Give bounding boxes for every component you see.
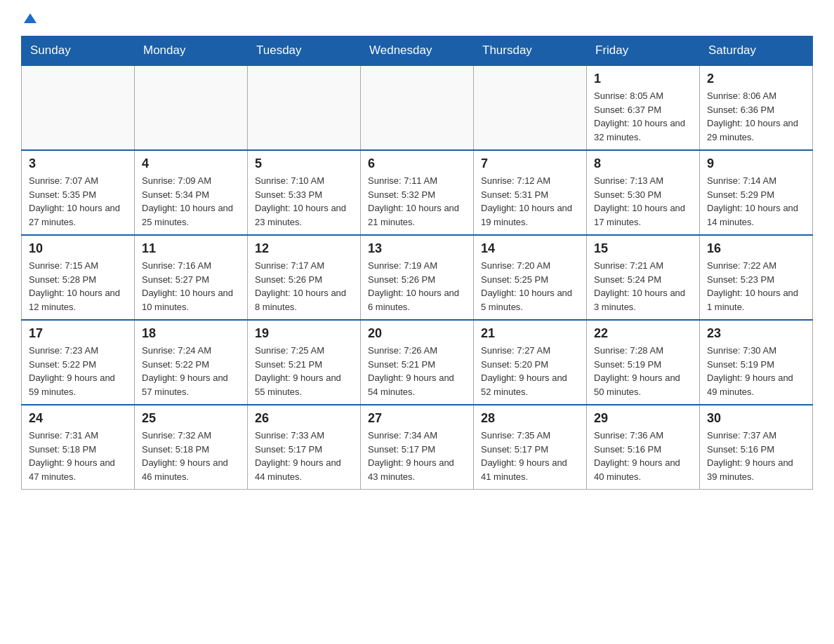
- calendar-cell: 11Sunrise: 7:16 AMSunset: 5:27 PMDayligh…: [135, 235, 248, 320]
- calendar-table: SundayMondayTuesdayWednesdayThursdayFrid…: [21, 36, 813, 490]
- calendar-cell: [248, 65, 361, 150]
- day-number: 7: [481, 156, 579, 171]
- svg-marker-0: [24, 13, 37, 23]
- calendar-cell: 3Sunrise: 7:07 AMSunset: 5:35 PMDaylight…: [22, 150, 135, 235]
- day-number: 27: [368, 411, 466, 426]
- calendar-cell: 29Sunrise: 7:36 AMSunset: 5:16 PMDayligh…: [587, 405, 700, 490]
- calendar-week-3: 17Sunrise: 7:23 AMSunset: 5:22 PMDayligh…: [22, 320, 813, 405]
- day-number: 9: [707, 156, 805, 171]
- day-info: Sunrise: 7:20 AMSunset: 5:25 PMDaylight:…: [481, 259, 579, 314]
- day-number: 19: [255, 326, 353, 341]
- calendar-cell: 25Sunrise: 7:32 AMSunset: 5:18 PMDayligh…: [135, 405, 248, 490]
- calendar-cell: 13Sunrise: 7:19 AMSunset: 5:26 PMDayligh…: [361, 235, 474, 320]
- weekday-header-friday: Friday: [587, 36, 700, 66]
- day-info: Sunrise: 7:34 AMSunset: 5:17 PMDaylight:…: [368, 429, 466, 483]
- calendar-cell: 7Sunrise: 7:12 AMSunset: 5:31 PMDaylight…: [474, 150, 587, 235]
- day-info: Sunrise: 7:36 AMSunset: 5:16 PMDaylight:…: [594, 429, 692, 483]
- calendar-cell: [361, 65, 474, 150]
- calendar-cell: 21Sunrise: 7:27 AMSunset: 5:20 PMDayligh…: [474, 320, 587, 405]
- day-info: Sunrise: 7:27 AMSunset: 5:20 PMDaylight:…: [481, 344, 579, 398]
- day-number: 1: [594, 72, 692, 86]
- day-number: 13: [368, 241, 466, 256]
- day-info: Sunrise: 7:17 AMSunset: 5:26 PMDaylight:…: [255, 259, 353, 314]
- day-number: 10: [29, 241, 127, 256]
- day-info: Sunrise: 7:24 AMSunset: 5:22 PMDaylight:…: [142, 344, 240, 398]
- weekday-header-sunday: Sunday: [22, 36, 135, 66]
- day-info: Sunrise: 7:37 AMSunset: 5:16 PMDaylight:…: [707, 429, 805, 483]
- calendar-week-4: 24Sunrise: 7:31 AMSunset: 5:18 PMDayligh…: [22, 405, 813, 490]
- day-number: 24: [29, 411, 127, 426]
- day-info: Sunrise: 7:22 AMSunset: 5:23 PMDaylight:…: [707, 259, 805, 314]
- day-number: 8: [594, 156, 692, 171]
- calendar-cell: 12Sunrise: 7:17 AMSunset: 5:26 PMDayligh…: [248, 235, 361, 320]
- weekday-header-monday: Monday: [135, 36, 248, 66]
- day-info: Sunrise: 7:09 AMSunset: 5:34 PMDaylight:…: [142, 174, 240, 229]
- logo-triangle-icon: [22, 11, 38, 26]
- day-info: Sunrise: 7:33 AMSunset: 5:17 PMDaylight:…: [255, 429, 353, 483]
- day-number: 11: [142, 241, 240, 256]
- day-info: Sunrise: 7:13 AMSunset: 5:30 PMDaylight:…: [594, 174, 692, 229]
- calendar-cell: 8Sunrise: 7:13 AMSunset: 5:30 PMDaylight…: [587, 150, 700, 235]
- calendar-cell: [135, 65, 248, 150]
- weekday-header-wednesday: Wednesday: [361, 36, 474, 66]
- page-header: [21, 14, 813, 22]
- day-info: Sunrise: 7:07 AMSunset: 5:35 PMDaylight:…: [29, 174, 127, 229]
- day-info: Sunrise: 7:19 AMSunset: 5:26 PMDaylight:…: [368, 259, 466, 314]
- day-info: Sunrise: 7:26 AMSunset: 5:21 PMDaylight:…: [368, 344, 466, 398]
- day-number: 17: [29, 326, 127, 341]
- calendar-week-0: 1Sunrise: 8:05 AMSunset: 6:37 PMDaylight…: [22, 65, 813, 150]
- calendar-cell: 27Sunrise: 7:34 AMSunset: 5:17 PMDayligh…: [361, 405, 474, 490]
- day-info: Sunrise: 7:25 AMSunset: 5:21 PMDaylight:…: [255, 344, 353, 398]
- calendar-cell: 28Sunrise: 7:35 AMSunset: 5:17 PMDayligh…: [474, 405, 587, 490]
- day-info: Sunrise: 7:23 AMSunset: 5:22 PMDaylight:…: [29, 344, 127, 398]
- day-number: 6: [368, 156, 466, 171]
- calendar-cell: 24Sunrise: 7:31 AMSunset: 5:18 PMDayligh…: [22, 405, 135, 490]
- calendar-week-2: 10Sunrise: 7:15 AMSunset: 5:28 PMDayligh…: [22, 235, 813, 320]
- day-info: Sunrise: 7:35 AMSunset: 5:17 PMDaylight:…: [481, 429, 579, 483]
- day-number: 16: [707, 241, 805, 256]
- day-number: 21: [481, 326, 579, 341]
- calendar-cell: 26Sunrise: 7:33 AMSunset: 5:17 PMDayligh…: [248, 405, 361, 490]
- calendar-cell: 1Sunrise: 8:05 AMSunset: 6:37 PMDaylight…: [587, 65, 700, 150]
- calendar-cell: 20Sunrise: 7:26 AMSunset: 5:21 PMDayligh…: [361, 320, 474, 405]
- day-number: 12: [255, 241, 353, 256]
- day-info: Sunrise: 7:10 AMSunset: 5:33 PMDaylight:…: [255, 174, 353, 229]
- calendar-cell: 19Sunrise: 7:25 AMSunset: 5:21 PMDayligh…: [248, 320, 361, 405]
- calendar-cell: 18Sunrise: 7:24 AMSunset: 5:22 PMDayligh…: [135, 320, 248, 405]
- day-info: Sunrise: 8:05 AMSunset: 6:37 PMDaylight:…: [594, 89, 692, 144]
- calendar-cell: 5Sunrise: 7:10 AMSunset: 5:33 PMDaylight…: [248, 150, 361, 235]
- day-number: 30: [707, 411, 805, 426]
- calendar-cell: 23Sunrise: 7:30 AMSunset: 5:19 PMDayligh…: [700, 320, 813, 405]
- calendar-cell: 16Sunrise: 7:22 AMSunset: 5:23 PMDayligh…: [700, 235, 813, 320]
- day-number: 29: [594, 411, 692, 426]
- day-number: 5: [255, 156, 353, 171]
- calendar-cell: 14Sunrise: 7:20 AMSunset: 5:25 PMDayligh…: [474, 235, 587, 320]
- calendar-cell: 4Sunrise: 7:09 AMSunset: 5:34 PMDaylight…: [135, 150, 248, 235]
- day-number: 23: [707, 326, 805, 341]
- calendar-cell: 9Sunrise: 7:14 AMSunset: 5:29 PMDaylight…: [700, 150, 813, 235]
- calendar-cell: 22Sunrise: 7:28 AMSunset: 5:19 PMDayligh…: [587, 320, 700, 405]
- day-info: Sunrise: 8:06 AMSunset: 6:36 PMDaylight:…: [707, 89, 805, 144]
- day-info: Sunrise: 7:14 AMSunset: 5:29 PMDaylight:…: [707, 174, 805, 229]
- day-info: Sunrise: 7:21 AMSunset: 5:24 PMDaylight:…: [594, 259, 692, 314]
- weekday-header-saturday: Saturday: [700, 36, 813, 66]
- day-number: 18: [142, 326, 240, 341]
- day-number: 3: [29, 156, 127, 171]
- day-info: Sunrise: 7:12 AMSunset: 5:31 PMDaylight:…: [481, 174, 579, 229]
- calendar-cell: 30Sunrise: 7:37 AMSunset: 5:16 PMDayligh…: [700, 405, 813, 490]
- day-info: Sunrise: 7:11 AMSunset: 5:32 PMDaylight:…: [368, 174, 466, 229]
- day-number: 22: [594, 326, 692, 341]
- weekday-header-tuesday: Tuesday: [248, 36, 361, 66]
- day-number: 25: [142, 411, 240, 426]
- day-info: Sunrise: 7:32 AMSunset: 5:18 PMDaylight:…: [142, 429, 240, 483]
- calendar-cell: 10Sunrise: 7:15 AMSunset: 5:28 PMDayligh…: [22, 235, 135, 320]
- day-info: Sunrise: 7:15 AMSunset: 5:28 PMDaylight:…: [29, 259, 127, 314]
- logo: [21, 14, 38, 22]
- calendar-week-1: 3Sunrise: 7:07 AMSunset: 5:35 PMDaylight…: [22, 150, 813, 235]
- day-number: 15: [594, 241, 692, 256]
- weekday-header-row: SundayMondayTuesdayWednesdayThursdayFrid…: [22, 36, 813, 66]
- day-number: 20: [368, 326, 466, 341]
- day-number: 28: [481, 411, 579, 426]
- day-info: Sunrise: 7:30 AMSunset: 5:19 PMDaylight:…: [707, 344, 805, 398]
- calendar-cell: 17Sunrise: 7:23 AMSunset: 5:22 PMDayligh…: [22, 320, 135, 405]
